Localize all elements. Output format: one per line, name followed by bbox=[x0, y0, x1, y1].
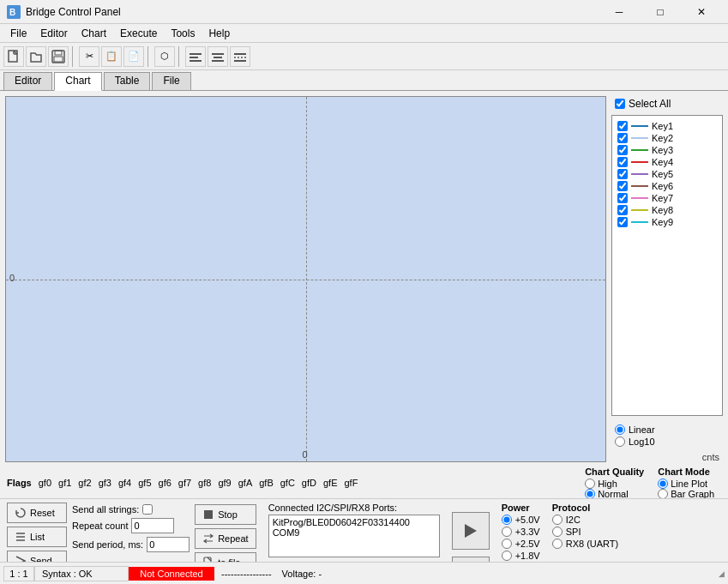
nav-forward-button[interactable] bbox=[452, 512, 490, 550]
key2-checkbox[interactable] bbox=[617, 133, 628, 143]
chart-zero-h-label: 0 bbox=[303, 449, 308, 460]
power-5v-radio[interactable] bbox=[502, 515, 512, 525]
menu-file[interactable]: File bbox=[3, 26, 33, 41]
protocol-i2c: I2C bbox=[552, 515, 619, 525]
protocol-i2c-radio[interactable] bbox=[552, 515, 563, 525]
menu-execute[interactable]: Execute bbox=[113, 26, 164, 41]
svg-rect-16 bbox=[234, 60, 246, 62]
toolbar-btn2[interactable] bbox=[208, 46, 228, 67]
chart-mode-title: Chart Mode bbox=[658, 467, 714, 477]
protocol-spi-label: SPI bbox=[566, 527, 581, 537]
protocol-spi-radio[interactable] bbox=[552, 527, 563, 537]
quality-high: High bbox=[585, 479, 644, 489]
key2-label: Key2 bbox=[652, 133, 673, 143]
toolbar-new[interactable] bbox=[3, 46, 24, 67]
power-18v-label: +1.8V bbox=[515, 551, 540, 561]
toolbar-btn3[interactable] bbox=[230, 46, 250, 67]
power-33v-radio[interactable] bbox=[502, 527, 512, 537]
toolbar-eraser[interactable]: ⬡ bbox=[154, 46, 175, 67]
key7-checkbox[interactable] bbox=[617, 193, 628, 203]
list-button[interactable]: List bbox=[7, 527, 67, 547]
menu-editor[interactable]: Editor bbox=[33, 26, 74, 41]
toolbar-align-left[interactable] bbox=[185, 46, 206, 67]
repeat-label: Repeat bbox=[218, 533, 248, 544]
tab-editor[interactable]: Editor bbox=[3, 72, 52, 90]
key3-checkbox[interactable] bbox=[617, 145, 628, 155]
mode-line-radio[interactable] bbox=[658, 479, 668, 489]
legend-item-key9: Key9 bbox=[617, 217, 717, 227]
toolbar-copy[interactable]: 📋 bbox=[101, 46, 122, 67]
quality-high-label: High bbox=[598, 479, 617, 489]
status-bar: 1 : 1 Syntax : OK Not Connected --------… bbox=[0, 562, 728, 584]
repeat-count-input[interactable] bbox=[131, 518, 174, 533]
svg-rect-8 bbox=[190, 53, 202, 55]
stop-button[interactable]: Stop bbox=[195, 504, 256, 525]
port-value-1: KitProg/BLE0D06042F03314400 bbox=[273, 517, 436, 527]
svg-rect-12 bbox=[214, 57, 222, 58]
scale-log10: Log10 bbox=[615, 436, 719, 447]
key8-color bbox=[631, 209, 648, 211]
legend-item-key5: Key5 bbox=[617, 169, 717, 179]
flag-gf8: gf8 bbox=[198, 478, 211, 488]
key5-checkbox[interactable] bbox=[617, 169, 628, 179]
tab-table[interactable]: Table bbox=[104, 72, 151, 90]
toolbar-cut[interactable]: ✂ bbox=[79, 46, 99, 67]
maximize-button[interactable]: □ bbox=[641, 3, 680, 21]
key4-color bbox=[631, 161, 648, 163]
flag-gf7: gf7 bbox=[178, 478, 191, 488]
minimize-button[interactable]: ─ bbox=[599, 3, 639, 21]
flag-gf0: gf0 bbox=[39, 478, 51, 488]
chart-vertical-line bbox=[306, 97, 307, 461]
select-all-checkbox[interactable] bbox=[615, 99, 625, 109]
chart-plot[interactable]: 0 0 bbox=[5, 96, 606, 462]
toolbar: ✂ 📋 📄 ⬡ bbox=[0, 43, 728, 70]
power-18v-radio[interactable] bbox=[502, 551, 512, 561]
key7-label: Key7 bbox=[652, 193, 673, 203]
key1-checkbox[interactable] bbox=[617, 121, 628, 131]
power-25v-label: +2.5V bbox=[515, 539, 540, 549]
flag-gfb: gfB bbox=[259, 478, 274, 488]
menu-help[interactable]: Help bbox=[202, 26, 237, 41]
window-title: Bridge Control Panel bbox=[26, 6, 599, 18]
protocol-rx8-label: RX8 (UART) bbox=[566, 539, 619, 549]
close-button[interactable]: ✕ bbox=[682, 3, 721, 21]
key9-checkbox[interactable] bbox=[617, 217, 628, 227]
power-25v-radio[interactable] bbox=[502, 539, 512, 549]
protocol-title: Protocol bbox=[552, 503, 619, 513]
flag-gf9: gf9 bbox=[218, 478, 231, 488]
toolbar-save[interactable] bbox=[48, 46, 69, 67]
select-all-row: Select All bbox=[611, 96, 723, 111]
key8-checkbox[interactable] bbox=[617, 205, 628, 215]
scale-log10-radio[interactable] bbox=[615, 436, 625, 447]
send-period-input[interactable] bbox=[147, 537, 190, 552]
cnts-label: cnts bbox=[611, 452, 723, 462]
key1-color bbox=[631, 125, 648, 127]
flag-gff: gfF bbox=[345, 478, 358, 488]
menu-bar: File Editor Chart Execute Tools Help bbox=[0, 24, 728, 43]
menu-tools[interactable]: Tools bbox=[164, 26, 202, 41]
key6-checkbox[interactable] bbox=[617, 181, 628, 191]
flag-gf6: gf6 bbox=[159, 478, 171, 488]
menu-chart[interactable]: Chart bbox=[75, 26, 113, 41]
chart-mode-group: Chart Mode Line Plot Bar Graph bbox=[658, 467, 714, 499]
repeat-count-row: Repeat count bbox=[72, 518, 190, 533]
svg-rect-14 bbox=[234, 53, 246, 55]
key4-checkbox[interactable] bbox=[617, 157, 628, 167]
ports-box: KitProg/BLE0D06042F03314400 COM9 bbox=[268, 515, 440, 557]
repeat-button[interactable]: Repeat bbox=[195, 528, 256, 549]
key5-label: Key5 bbox=[652, 169, 673, 179]
svg-rect-20 bbox=[204, 510, 213, 519]
scale-radio-group: Linear Log10 bbox=[611, 423, 723, 449]
quality-high-radio[interactable] bbox=[585, 479, 595, 489]
tab-chart[interactable]: Chart bbox=[54, 72, 101, 91]
resize-icon: ◢ bbox=[719, 569, 725, 578]
scale-linear-radio[interactable] bbox=[615, 424, 625, 435]
reset-button[interactable]: Reset bbox=[7, 503, 67, 523]
send-all-strings-checkbox[interactable] bbox=[142, 504, 153, 515]
toolbar-open[interactable] bbox=[26, 46, 46, 67]
protocol-rx8-radio[interactable] bbox=[552, 539, 563, 549]
power-33v-label: +3.3V bbox=[515, 527, 540, 537]
tab-file[interactable]: File bbox=[152, 72, 190, 90]
toolbar-paste[interactable]: 📄 bbox=[123, 46, 144, 67]
key3-color bbox=[631, 149, 648, 151]
